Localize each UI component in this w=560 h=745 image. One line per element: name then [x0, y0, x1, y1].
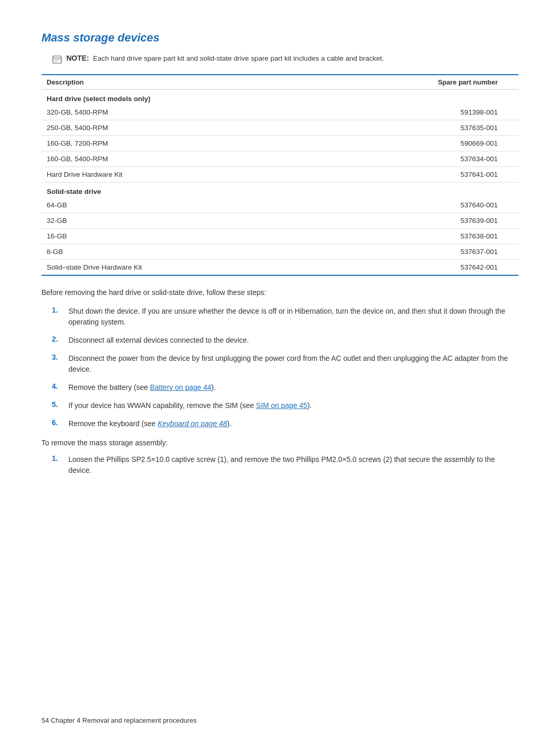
step-item: 4.Remove the battery (see Battery on pag… [41, 382, 519, 393]
step-item: 6.Remove the keyboard (see Keyboard on p… [41, 418, 519, 429]
table-row: Solid–state Drive Hardware Kit537642-001 [41, 260, 519, 276]
note-label: NOTE: [66, 54, 89, 62]
table-row: 250-GB, 5400-RPM537635-001 [41, 120, 519, 136]
table-row: 64-GB537640-001 [41, 198, 519, 213]
table-row: 8-GB537637-001 [41, 244, 519, 260]
table-cell-description: 320-GB, 5400-RPM [41, 105, 305, 120]
table-cell-description: 160-GB, 7200-RPM [41, 136, 305, 151]
table-cell-description: 8-GB [41, 244, 305, 260]
step-number: 2. [52, 335, 60, 343]
table-cell-description: 250-GB, 5400-RPM [41, 120, 305, 136]
step-number: 1. [52, 306, 60, 314]
table-cell-spare: 537637-001 [305, 244, 519, 260]
step-text: If your device has WWAN capability, remo… [68, 400, 312, 411]
step-item: 3.Disconnect the power from the device b… [41, 353, 519, 375]
step-item: 2.Disconnect all external devices connec… [41, 335, 519, 346]
table-row: 160-GB, 7200-RPM590669-001 [41, 136, 519, 151]
step-text: Loosen the Phillips SP2.5×10.0 captive s… [68, 454, 519, 476]
table-row: 160-GB, 5400-RPM537634-001 [41, 151, 519, 167]
section2-intro: To remove the mass storage assembly: [41, 439, 519, 447]
table-cell-spare: 537641-001 [305, 167, 519, 182]
table-cell-description: Solid–state Drive Hardware Kit [41, 260, 305, 276]
footer: 54 Chapter 4 Removal and replacement pro… [41, 716, 197, 724]
step-number: 3. [52, 353, 60, 361]
table-row: Hard Drive Hardware Kit537641-001 [41, 167, 519, 182]
step-text: Shut down the device. If you are unsure … [68, 306, 519, 328]
table-cell-description: 32-GB [41, 213, 305, 229]
step-text: Remove the battery (see Battery on page … [68, 382, 216, 393]
table-row: 32-GB537639-001 [41, 213, 519, 229]
table-cell-spare: 590669-001 [305, 136, 519, 151]
step-number: 1. [52, 454, 60, 462]
table-section-header: Hard drive (select models only) [41, 90, 519, 105]
table-cell-description: 64-GB [41, 198, 305, 213]
table-cell-spare: 537642-001 [305, 260, 519, 276]
step-text: Disconnect the power from the device by … [68, 353, 519, 375]
steps-list-1: 1.Shut down the device. If you are unsur… [41, 306, 519, 429]
table-row: 16-GB537638-001 [41, 229, 519, 244]
steps-list-2: 1.Loosen the Phillips SP2.5×10.0 captive… [41, 454, 519, 476]
note-text: Each hard drive spare part kit and solid… [91, 54, 384, 62]
step-text: Disconnect all external devices connecte… [68, 335, 249, 346]
table-cell-description: Hard Drive Hardware Kit [41, 167, 305, 182]
note-icon [52, 54, 62, 65]
page-title: Mass storage devices [41, 31, 519, 45]
step-item: 1.Loosen the Phillips SP2.5×10.0 captive… [41, 454, 519, 476]
intro-text: Before removing the hard drive or solid-… [41, 288, 519, 297]
parts-table: Description Spare part number Hard drive… [41, 74, 519, 276]
step-text: Remove the keyboard (see Keyboard on pag… [68, 418, 231, 429]
step-item: 5.If your device has WWAN capability, re… [41, 400, 519, 411]
step-number: 6. [52, 418, 60, 427]
table-row: 320-GB, 5400-RPM591398-001 [41, 105, 519, 120]
table-cell-spare: 591398-001 [305, 105, 519, 120]
table-cell-spare: 537635-001 [305, 120, 519, 136]
table-cell-spare: 537638-001 [305, 229, 519, 244]
step-link[interactable]: Keyboard on page 48 [158, 419, 227, 428]
table-cell-description: 16-GB [41, 229, 305, 244]
step-item: 1.Shut down the device. If you are unsur… [41, 306, 519, 328]
step-link[interactable]: SIM on page 45 [256, 401, 307, 410]
step-link[interactable]: Battery on page 44 [150, 383, 211, 391]
table-section-header: Solid-state drive [41, 182, 519, 198]
step-number: 4. [52, 382, 60, 390]
table-cell-description: 160-GB, 5400-RPM [41, 151, 305, 167]
table-cell-spare: 537640-001 [305, 198, 519, 213]
step-number: 5. [52, 400, 60, 409]
col-description: Description [41, 75, 305, 90]
table-cell-spare: 537639-001 [305, 213, 519, 229]
note-box: NOTE: Each hard drive spare part kit and… [41, 54, 519, 65]
col-spare-part: Spare part number [305, 75, 519, 90]
table-cell-spare: 537634-001 [305, 151, 519, 167]
note-content: NOTE: Each hard drive spare part kit and… [66, 54, 384, 62]
